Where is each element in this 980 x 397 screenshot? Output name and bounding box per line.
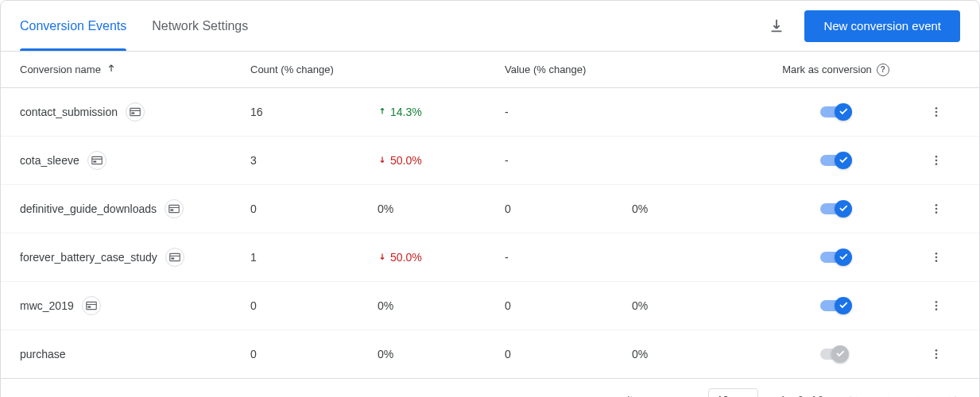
download-icon[interactable] xyxy=(768,17,785,35)
row-menu-button[interactable] xyxy=(924,99,949,125)
badge-icon xyxy=(165,248,184,267)
svg-point-32 xyxy=(935,357,938,359)
value-cell: 0 xyxy=(505,299,632,312)
conversion-name: forever_battery_case_study xyxy=(20,251,157,264)
row-menu-button[interactable] xyxy=(924,293,949,318)
toggle-thumb xyxy=(835,297,852,314)
column-count[interactable]: Count (% change) xyxy=(250,64,378,75)
conversion-name-cell: contact_submission xyxy=(20,102,250,121)
value-cell: - xyxy=(505,106,632,118)
items-per-page-label: Items per page: xyxy=(627,394,699,397)
table-body: contact_submission1614.3%-cota_sleeve350… xyxy=(1,88,979,379)
page-range: 1 – 6 of 6 xyxy=(781,394,823,397)
badge-icon xyxy=(165,199,184,218)
value-cell: 0 xyxy=(505,348,632,360)
svg-rect-6 xyxy=(91,156,101,164)
mark-conversion-toggle[interactable] xyxy=(820,152,852,169)
row-menu-button[interactable] xyxy=(924,341,949,367)
first-page-button[interactable] xyxy=(846,393,860,398)
page-size-control: Items per page: 10 xyxy=(627,388,758,397)
svg-rect-20 xyxy=(171,257,174,259)
svg-point-22 xyxy=(935,256,938,259)
next-page-button[interactable] xyxy=(912,393,927,398)
last-page-button[interactable] xyxy=(946,393,960,398)
toggle-cell xyxy=(759,152,912,169)
conversion-name-cell: definitive_guide_downloads xyxy=(20,199,250,218)
toggle-cell xyxy=(759,297,912,314)
count-cell: 16 xyxy=(250,106,378,118)
column-mark-conversion: Mark as conversion ? xyxy=(759,64,912,76)
badge-icon xyxy=(87,151,107,170)
page-size-value: 10 xyxy=(717,394,728,397)
svg-point-4 xyxy=(935,111,938,114)
pagination-controls xyxy=(846,393,960,398)
count-cell: 3 xyxy=(250,154,378,167)
arrow-down-icon xyxy=(378,252,387,264)
page-size-select[interactable]: 10 xyxy=(708,388,757,397)
row-menu-cell xyxy=(912,245,960,270)
svg-rect-24 xyxy=(86,302,95,309)
svg-point-23 xyxy=(935,260,938,262)
count-change-value: 50.0% xyxy=(390,251,422,264)
row-menu-cell xyxy=(912,148,960,173)
svg-point-29 xyxy=(935,308,938,310)
svg-point-31 xyxy=(935,353,938,356)
row-menu-button[interactable] xyxy=(924,196,949,222)
new-conversion-event-button[interactable]: New conversion event xyxy=(804,10,960,42)
previous-page-button[interactable] xyxy=(879,393,893,398)
column-label: Value (% change) xyxy=(505,64,586,75)
svg-point-10 xyxy=(935,160,938,162)
table-row: purchase00%00% xyxy=(1,330,979,379)
mark-conversion-toggle[interactable] xyxy=(820,297,852,314)
svg-point-16 xyxy=(935,208,938,210)
header-actions: New conversion event xyxy=(768,10,960,42)
mark-conversion-toggle[interactable] xyxy=(820,249,852,266)
column-conversion-name[interactable]: Conversion name xyxy=(20,63,250,76)
help-icon[interactable]: ? xyxy=(877,64,889,76)
tab-conversion-events[interactable]: Conversion Events xyxy=(20,1,126,51)
check-icon xyxy=(838,251,849,264)
count-change-cell: 50.0% xyxy=(378,154,505,167)
check-icon xyxy=(838,202,849,216)
tab-label: Conversion Events xyxy=(20,19,126,33)
svg-point-28 xyxy=(935,305,938,307)
value-cell: 0 xyxy=(505,202,632,215)
column-value[interactable]: Value (% change) xyxy=(505,64,632,75)
svg-point-15 xyxy=(935,204,938,206)
conversion-name: cota_sleeve xyxy=(20,154,79,167)
conversion-name-cell: forever_battery_case_study xyxy=(20,248,250,267)
mark-conversion-toggle[interactable] xyxy=(820,200,852,218)
conversion-name-cell: cota_sleeve xyxy=(20,151,250,170)
table-row: mwc_201900%00% xyxy=(1,282,979,330)
toggle-thumb xyxy=(831,345,849,363)
toggle-thumb xyxy=(835,200,852,218)
toggle-cell xyxy=(759,103,912,121)
tab-network-settings[interactable]: Network Settings xyxy=(152,1,248,51)
row-menu-cell xyxy=(912,99,960,125)
badge-icon xyxy=(82,296,101,315)
toggle-thumb xyxy=(835,152,852,169)
row-menu-cell xyxy=(912,341,960,367)
toggle-cell xyxy=(759,249,912,266)
value-change-cell: 0% xyxy=(632,299,759,312)
count-change-value: 0% xyxy=(378,202,393,215)
conversion-name: mwc_2019 xyxy=(20,299,74,312)
toggle-thumb xyxy=(835,103,852,121)
row-menu-button[interactable] xyxy=(924,148,949,173)
count-cell: 0 xyxy=(250,299,378,312)
sort-ascending-icon xyxy=(106,63,117,76)
conversion-name-cell: mwc_2019 xyxy=(20,296,250,315)
row-menu-button[interactable] xyxy=(924,245,949,270)
badge-icon xyxy=(126,102,145,121)
svg-rect-8 xyxy=(93,160,96,162)
svg-rect-0 xyxy=(130,108,140,115)
svg-point-11 xyxy=(935,163,938,165)
column-label: Conversion name xyxy=(20,64,101,75)
svg-rect-2 xyxy=(131,112,134,114)
svg-point-27 xyxy=(935,301,938,303)
mark-conversion-toggle[interactable] xyxy=(820,345,852,363)
table-header-row: Conversion name Count (% change) Value (… xyxy=(1,52,979,88)
value-change-cell: 0% xyxy=(632,348,759,360)
mark-conversion-toggle[interactable] xyxy=(820,103,852,121)
conversion-name: purchase xyxy=(20,348,66,360)
